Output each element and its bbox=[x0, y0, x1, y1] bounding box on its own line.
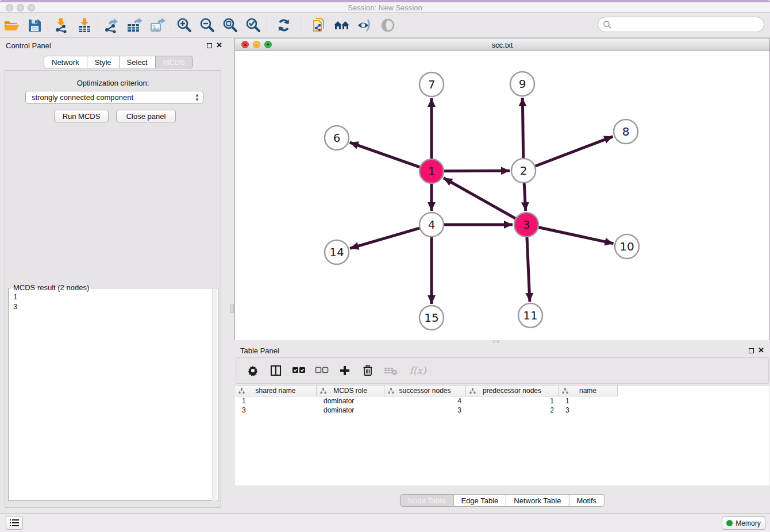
column-header-successor-nodes[interactable]: successor nodes bbox=[384, 385, 466, 396]
function-builder-button[interactable]: f(x) bbox=[406, 363, 429, 378]
add-row-button[interactable] bbox=[337, 363, 352, 378]
run-mcds-button[interactable]: Run MCDS bbox=[54, 110, 109, 122]
graph-edge-3-1[interactable] bbox=[444, 178, 516, 219]
graph-node-label-4: 4 bbox=[428, 218, 436, 232]
zoom-fit-button[interactable] bbox=[219, 15, 242, 36]
birds-eye-icon bbox=[380, 17, 396, 33]
control-panel-close-icon[interactable]: ✕ bbox=[216, 43, 222, 48]
split-columns-button[interactable] bbox=[268, 363, 283, 378]
table-panel-title: Table Panel bbox=[240, 346, 279, 355]
tab-select[interactable]: Select bbox=[120, 56, 156, 68]
table-panel-footer: Node Table Edge Table Network Table Moti… bbox=[234, 485, 770, 510]
graph-edge-2-3[interactable] bbox=[524, 183, 526, 211]
export-table-button[interactable] bbox=[123, 15, 146, 36]
splitter-grip[interactable] bbox=[230, 304, 234, 313]
network-window-title: scc.txt bbox=[235, 41, 769, 49]
table-row: 1dominator411 bbox=[235, 396, 769, 406]
unselect-all-icon bbox=[315, 367, 329, 375]
table-tabs: Node Table Edge Table Network Table Moti… bbox=[400, 494, 605, 507]
hide-details-button[interactable] bbox=[353, 15, 376, 36]
memory-button[interactable]: Memory bbox=[722, 516, 765, 530]
graph-edge-1-6[interactable] bbox=[350, 142, 421, 167]
graph-edge-3-10[interactable] bbox=[538, 227, 614, 243]
zoom-selected-icon bbox=[245, 17, 261, 33]
memory-label: Memory bbox=[736, 519, 760, 527]
import-network-icon bbox=[53, 17, 70, 33]
save-session-button[interactable] bbox=[23, 15, 46, 36]
toolbar-separator bbox=[171, 16, 171, 35]
import-network-button[interactable] bbox=[50, 15, 73, 36]
search-input[interactable] bbox=[612, 19, 764, 30]
network-home-button[interactable] bbox=[330, 15, 353, 36]
network-graph[interactable]: 1234678910111415 bbox=[235, 51, 769, 340]
import-table-button[interactable] bbox=[73, 15, 96, 36]
column-header-MCDS-role[interactable]: MCDS role bbox=[317, 385, 384, 396]
zoom-selected-button[interactable] bbox=[242, 15, 265, 36]
table-panel-close-icon[interactable]: ✕ bbox=[758, 348, 764, 353]
graph-node-label-15: 15 bbox=[424, 311, 438, 325]
birds-eye-button[interactable] bbox=[376, 15, 399, 36]
graph-edge-1-2[interactable] bbox=[444, 171, 510, 171]
select-all-button[interactable] bbox=[291, 363, 306, 378]
tab-network[interactable]: Network bbox=[44, 56, 87, 68]
clone-network-button[interactable] bbox=[307, 15, 330, 36]
graph-edge-3-11[interactable] bbox=[527, 237, 530, 302]
zoom-in-button[interactable] bbox=[173, 15, 196, 36]
graph-node-label-11: 11 bbox=[523, 309, 537, 322]
tab-edge-table[interactable]: Edge Table bbox=[453, 494, 506, 507]
table-header-row: shared nameMCDS rolesuccessor nodesprede… bbox=[235, 385, 618, 396]
close-panel-button[interactable]: Close panel bbox=[116, 110, 176, 122]
table-panel: Table Panel ✕ bbox=[234, 343, 770, 510]
cell-shared-name[interactable]: 1 bbox=[235, 396, 317, 406]
import-table-icon bbox=[76, 17, 93, 33]
table-settings-button[interactable] bbox=[245, 363, 260, 378]
task-history-button[interactable] bbox=[6, 516, 23, 530]
control-panel-tabs: Network Style Select MCDS bbox=[44, 56, 193, 68]
tab-motifs[interactable]: Motifs bbox=[569, 494, 605, 507]
delete-row-button[interactable] bbox=[360, 363, 375, 378]
cell-MCDS-role[interactable]: dominator bbox=[317, 396, 384, 406]
network-window-titlebar[interactable]: ✕ – + scc.txt bbox=[235, 38, 769, 51]
criterion-dropdown[interactable]: strongly connected component ▲▼ bbox=[25, 91, 203, 104]
cell-shared-name[interactable]: 3 bbox=[235, 406, 317, 415]
tab-node-table[interactable]: Node Table bbox=[400, 494, 454, 507]
column-type-icon bbox=[562, 388, 568, 394]
refresh-button[interactable] bbox=[272, 15, 295, 36]
unselect-all-button[interactable] bbox=[314, 363, 329, 378]
cell-successor-nodes[interactable]: 4 bbox=[384, 396, 466, 406]
zoom-out-button[interactable] bbox=[196, 15, 219, 36]
cell-MCDS-role[interactable]: dominator bbox=[317, 406, 384, 415]
result-scrollbar[interactable] bbox=[212, 289, 217, 501]
status-bar: Memory bbox=[0, 513, 770, 532]
select-all-icon bbox=[292, 367, 306, 375]
cell-predecessor-nodes[interactable]: 2 bbox=[466, 406, 559, 415]
memory-status-icon bbox=[726, 520, 733, 526]
column-header-predecessor-nodes[interactable]: predecessor nodes bbox=[466, 385, 559, 396]
cell-name[interactable]: 3 bbox=[559, 406, 618, 415]
cell-predecessor-nodes[interactable]: 1 bbox=[466, 396, 559, 406]
delete-table-button[interactable] bbox=[383, 363, 398, 378]
table-panel-float-icon[interactable] bbox=[749, 348, 754, 353]
open-session-button[interactable] bbox=[0, 15, 23, 36]
tab-network-table[interactable]: Network Table bbox=[506, 494, 569, 507]
graph-edge-2-8[interactable] bbox=[535, 137, 613, 167]
graph-edge-2-9[interactable] bbox=[522, 98, 523, 159]
search-field bbox=[598, 17, 764, 32]
vertical-splitter[interactable] bbox=[230, 38, 234, 513]
mcds-result-text[interactable]: 1 3 bbox=[13, 292, 17, 311]
cell-successor-nodes[interactable]: 3 bbox=[384, 406, 466, 415]
graph-edge-4-14[interactable] bbox=[350, 228, 420, 248]
column-header-name[interactable]: name bbox=[559, 385, 618, 396]
column-header-label: predecessor nodes bbox=[483, 387, 541, 395]
export-network-icon bbox=[103, 17, 120, 33]
tab-style[interactable]: Style bbox=[87, 56, 120, 68]
toolbar-separator bbox=[267, 16, 267, 35]
export-image-button[interactable] bbox=[146, 15, 169, 36]
cell-name[interactable]: 1 bbox=[559, 396, 618, 406]
delete-table-icon bbox=[384, 366, 398, 375]
column-header-shared-name[interactable]: shared name bbox=[235, 385, 317, 396]
tab-mcds[interactable]: MCDS bbox=[156, 56, 193, 68]
refresh-icon bbox=[276, 18, 291, 33]
control-panel-float-icon[interactable] bbox=[207, 43, 212, 48]
export-network-button[interactable] bbox=[100, 15, 123, 36]
